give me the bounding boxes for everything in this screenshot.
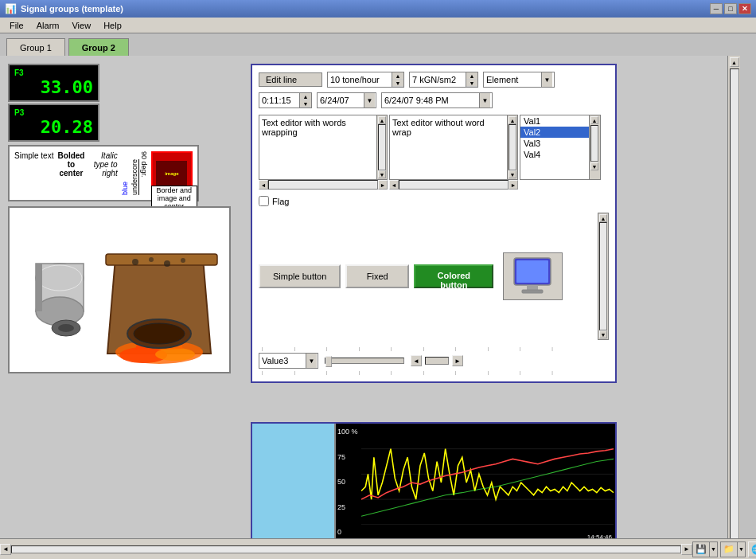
slider-right-btn[interactable]: ► <box>452 355 463 366</box>
tick: | <box>455 346 457 351</box>
value3-dropdown[interactable]: ▼ <box>259 353 318 369</box>
tab-group1[interactable]: Group 1 <box>6 38 65 56</box>
h-scroll-right[interactable]: ► <box>681 544 692 555</box>
element-dropdown[interactable]: ▼ <box>483 72 555 88</box>
pressure-down-btn[interactable]: ▼ <box>466 80 477 87</box>
h-scrollbar-main[interactable]: ◄ ► <box>0 544 692 555</box>
bold-text: Bolded to center <box>58 151 85 178</box>
editor1-scroll-up[interactable]: ▲ <box>378 116 386 124</box>
value3-arrow-icon[interactable]: ▼ <box>306 354 317 368</box>
editor1-v-scrollbar[interactable]: ▲ ▼ <box>376 115 388 180</box>
menu-help[interactable]: Help <box>97 19 128 32</box>
h-scroll-left[interactable]: ◄ <box>0 544 11 555</box>
flag-label[interactable]: Flag <box>272 197 289 206</box>
list-box[interactable]: Val1 Val2 Val3 Val4 <box>520 115 590 180</box>
maximize-button[interactable]: □ <box>724 3 737 14</box>
editor1-scroll-down[interactable]: ▼ <box>378 170 386 178</box>
globe-icon: 🌐 <box>751 544 757 555</box>
tick: | <box>487 346 489 351</box>
svg-rect-7 <box>106 254 217 265</box>
time-down-btn[interactable]: ▼ <box>300 100 311 108</box>
list-item-val4[interactable]: Val4 <box>520 149 589 160</box>
element-arrow-icon[interactable]: ▼ <box>541 72 552 87</box>
value3-input[interactable] <box>259 356 306 366</box>
tone-hour-spinner[interactable]: ▲ ▼ <box>327 72 404 88</box>
tab-group2[interactable]: Group 2 <box>68 38 129 56</box>
text-editor-2[interactable]: Text editor without word wrap <box>389 115 507 180</box>
image-border-box: image Border and image and center <box>151 151 193 195</box>
editor2-h-right[interactable]: ► <box>509 180 518 190</box>
h-scroll-track <box>11 545 681 553</box>
editor2-scroll-down[interactable]: ▼ <box>509 170 516 178</box>
list-item-val3[interactable]: Val3 <box>520 138 589 149</box>
time-up-btn[interactable]: ▲ <box>300 93 311 100</box>
tick: | <box>423 370 424 375</box>
slider-thumb[interactable] <box>325 356 332 367</box>
chart-inner: 100 % 75 50 25 0 <box>252 424 615 541</box>
menu-alarm[interactable]: Alarm <box>30 19 66 32</box>
blue-text: blue <box>121 151 129 195</box>
element-input[interactable] <box>484 75 541 84</box>
text-editor-1[interactable]: Text editor with words wrapping <box>259 115 376 180</box>
fixed-button[interactable]: Fixed <box>345 264 409 288</box>
diagram-panel <box>8 206 231 373</box>
editor2-scroll-up[interactable]: ▲ <box>509 116 516 124</box>
display-p3: P3 20.28 <box>8 104 99 142</box>
list-item-val2[interactable]: Val2 <box>520 127 589 138</box>
tick-row-top: | | | | | | | | | | <box>260 346 555 351</box>
menu-bar: File Alarm View Help <box>0 18 756 33</box>
tick-marks-bottom: | | | | | | | | | | <box>259 370 609 375</box>
pressure-up-btn[interactable]: ▲ <box>466 72 477 80</box>
list-v-scrollbar[interactable]: ▲ ▼ <box>590 115 601 180</box>
folder-dropdown-arrow[interactable]: ▼ <box>737 542 745 557</box>
editor1-h-right[interactable]: ► <box>378 180 388 190</box>
pressure-spinner[interactable]: ▲ ▼ <box>409 72 478 88</box>
minimize-button[interactable]: ─ <box>710 3 723 14</box>
panel-scroll-down[interactable]: ▼ <box>599 330 607 338</box>
list-item-val1[interactable]: Val1 <box>520 115 589 127</box>
datetime-input[interactable] <box>382 96 479 105</box>
f3-value: 33.00 <box>14 77 93 97</box>
editor1-h-left[interactable]: ◄ <box>259 180 268 190</box>
folder-icon-btn[interactable]: 📁 ▼ <box>720 541 746 557</box>
disk-dropdown-arrow[interactable]: ▼ <box>709 542 717 557</box>
main-scroll-up[interactable]: ▲ <box>730 57 739 67</box>
panel-v-scrollbar[interactable]: ▲ ▼ <box>598 213 609 340</box>
editor2-h-left[interactable]: ◄ <box>389 180 399 190</box>
list-scroll-up[interactable]: ▲ <box>590 116 598 124</box>
time-input[interactable] <box>259 93 299 108</box>
y-label-0: 0 <box>337 528 361 536</box>
disk-icon-btn[interactable]: 💾 ▼ <box>692 541 718 557</box>
app-icon: 📊 <box>5 3 17 14</box>
colored-button[interactable]: Colored button <box>414 264 493 288</box>
editor2-h-scrollbar[interactable]: ◄ ► <box>389 180 518 191</box>
pressure-input[interactable] <box>410 72 466 87</box>
main-scroll-track <box>730 68 739 541</box>
left-panels: F3 33.00 P3 20.28 Simple text Bolded to … <box>8 64 239 373</box>
time-spinner[interactable]: ▲ ▼ <box>259 92 312 108</box>
editor2-v-scrollbar[interactable]: ▲ ▼ <box>507 115 518 180</box>
menu-file[interactable]: File <box>3 19 30 32</box>
editor1-h-scrollbar[interactable]: ◄ ► <box>259 180 388 191</box>
editor1-text: Text editor with words wrapping <box>262 118 346 137</box>
globe-icon-btn[interactable]: 🌐 <box>748 541 756 557</box>
date1-arrow-icon[interactable]: ▼ <box>364 93 375 108</box>
tone-down-btn[interactable]: ▼ <box>392 80 403 87</box>
close-button[interactable]: ✕ <box>738 3 751 14</box>
tone-hour-input[interactable] <box>328 72 392 87</box>
main-v-scrollbar[interactable]: ▲ ▼ <box>727 56 740 541</box>
datetime-dropdown[interactable]: ▼ <box>381 92 493 108</box>
simple-button[interactable]: Simple button <box>259 264 341 288</box>
list-scroll-down[interactable]: ▼ <box>590 162 598 170</box>
flag-checkbox[interactable] <box>259 196 269 206</box>
list-scroll-track <box>590 125 598 162</box>
slider-track[interactable] <box>325 358 404 364</box>
rotate-text: 90 degr. <box>140 151 148 195</box>
date1-dropdown[interactable]: ▼ <box>317 92 376 108</box>
panel-scroll-up[interactable]: ▲ <box>599 214 607 222</box>
slider-left-btn[interactable]: ◄ <box>411 355 422 366</box>
date1-input[interactable] <box>318 96 364 105</box>
tone-up-btn[interactable]: ▲ <box>392 72 403 80</box>
datetime-arrow-icon[interactable]: ▼ <box>479 93 490 108</box>
menu-view[interactable]: View <box>65 19 97 32</box>
